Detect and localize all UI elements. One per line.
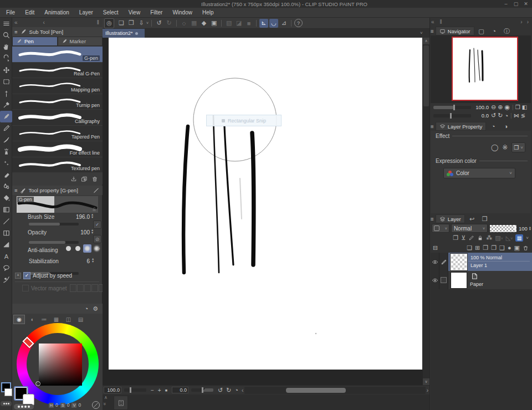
menu-view[interactable]: View <box>124 8 146 17</box>
comment-tab-icon[interactable]: ◑ <box>500 123 511 130</box>
change-panel-layout-icon[interactable]: ⊟ <box>433 244 438 252</box>
selection-square-icon[interactable]: ■ <box>244 19 253 28</box>
layer-thumbnail[interactable] <box>451 254 467 270</box>
subtool-tab-pen[interactable]: Pen <box>12 37 58 46</box>
animation-tab-icon[interactable]: ◔ <box>488 123 499 130</box>
canvas-hscrollbar[interactable] <box>244 387 425 394</box>
import-subtool-icon[interactable] <box>70 176 77 182</box>
subtool-item-turnip-pen[interactable]: Turnip pen <box>12 94 103 110</box>
clip-studio-logo-icon[interactable]: ◎ <box>104 18 114 28</box>
minimize-button[interactable]: – <box>502 1 510 7</box>
figure-tool[interactable] <box>0 216 12 227</box>
nav-zoom-out-icon[interactable]: ⊖ <box>491 104 496 111</box>
nav-flip-horizontal-icon[interactable]: ⋈ <box>514 112 519 119</box>
layer-name[interactable]: Paper <box>470 281 483 287</box>
panel-menu[interactable] <box>0 18 12 29</box>
set-as-reference-icon[interactable]: ◺˅ <box>506 234 513 242</box>
brush-stroke-preview[interactable]: G-pen <box>17 196 98 213</box>
layer-opacity-stepper[interactable]: ▴▾ <box>529 226 531 231</box>
color-set-tab[interactable]: ▦ <box>51 315 62 324</box>
scroll-down-icon[interactable]: ∨ <box>423 378 429 385</box>
navigator-rotate-slider[interactable] <box>433 114 471 117</box>
loading-spinner-icon[interactable]: ◌ <box>180 19 188 28</box>
save-export-icon[interactable]: ⇩ <box>137 19 146 28</box>
subtool-tab-marker[interactable]: Marker <box>58 37 103 46</box>
reset-rotation-icon[interactable]: ◔ <box>234 387 238 393</box>
unlock-icon[interactable] <box>91 207 97 212</box>
layer-row-layer1[interactable]: 100 % Normal Layer 1 <box>431 253 532 271</box>
collapse-up-icon[interactable]: ∧ <box>104 395 108 400</box>
chevron-down-icon[interactable]: ˅ <box>526 235 529 240</box>
layer-visibility-icon[interactable] <box>431 271 439 289</box>
zoom-tool[interactable] <box>0 29 12 41</box>
tone-effect-icon[interactable]: ※ <box>502 144 508 151</box>
solid-shape-icon[interactable]: ◆ <box>200 19 208 28</box>
brush-size-value[interactable]: 196.0 <box>72 214 90 220</box>
adjust-by-speed-checkbox[interactable]: ✓ <box>23 272 30 279</box>
brush-size-dynamics-button[interactable]: ✓ <box>93 221 101 229</box>
move-layer-tool[interactable] <box>0 64 12 76</box>
pen-tool[interactable] <box>0 111 12 122</box>
canvas[interactable]: Rectangular Snip <box>109 38 422 370</box>
extract-line-combo[interactable]: ❐˅ <box>511 142 525 152</box>
chevron-left-icon[interactable]: ‹ <box>18 19 45 25</box>
canvas-zoom-value[interactable]: 100.0 <box>104 387 121 393</box>
line-correction-tool[interactable] <box>0 274 12 285</box>
quick-access-tab-icon[interactable]: ◔ <box>489 28 500 34</box>
anti-aliasing-dropdown-icon[interactable]: ▾ <box>98 247 100 252</box>
opacity-stepper[interactable]: ▴▾ <box>91 229 93 234</box>
zoom-out-icon[interactable]: − <box>151 387 154 393</box>
nav-zoom-reset-icon[interactable]: ◉ <box>504 104 510 111</box>
layer-visibility-icon[interactable] <box>431 253 439 271</box>
menu-select[interactable]: Select <box>98 8 124 17</box>
new-vector-layer-icon[interactable]: ⊞ <box>475 244 480 252</box>
new-layer-folder-icon[interactable]: ❒ <box>483 244 488 252</box>
stabilization-stepper[interactable]: ▴▾ <box>92 258 94 263</box>
selection-tool[interactable] <box>0 76 12 88</box>
layer-checkbox[interactable] <box>439 271 448 289</box>
used-colors-strip[interactable] <box>14 404 34 409</box>
opacity-value[interactable]: 100 <box>72 229 90 235</box>
chevron-right-icon[interactable]: › <box>523 19 532 25</box>
ruler-tool[interactable] <box>0 239 12 250</box>
subtool-item-calligraphy[interactable]: Calligraphy <box>12 110 103 126</box>
rotate-left-icon[interactable]: ↺ <box>218 387 223 394</box>
delete-layer-icon[interactable] <box>523 245 529 251</box>
sv-selector[interactable] <box>35 381 40 386</box>
brush-detail-icon[interactable] <box>93 187 103 194</box>
dock-handle-icon[interactable]: ‖ <box>434 19 442 25</box>
subtool-item-tapered-pen[interactable]: Tapered Pen <box>12 126 103 142</box>
border-effect-icon[interactable]: ◯ <box>491 144 498 151</box>
panel-menu-icon[interactable]: ≡ <box>431 28 434 34</box>
auto-select-tool[interactable] <box>0 88 12 99</box>
menu-help[interactable]: Help <box>197 8 219 17</box>
wrench-icon[interactable]: ⚙ <box>93 305 98 312</box>
color-circle-tab[interactable]: ◖ <box>27 315 37 324</box>
transparent-color-icon[interactable] <box>92 401 100 409</box>
nav-zoom-in-icon[interactable]: ⊕ <box>498 104 503 111</box>
create-layer-mask-icon[interactable]: ● <box>508 244 511 251</box>
approximate-color-tab[interactable]: ▤ <box>75 315 86 324</box>
navigator-preview-area[interactable] <box>431 35 531 103</box>
tab-close-icon[interactable] <box>135 32 138 35</box>
selection-marquee-icon[interactable]: ▧ <box>224 19 233 28</box>
scroll-up-icon[interactable]: ∧ <box>423 38 429 44</box>
undo-icon[interactable]: ↺ <box>155 19 163 28</box>
brush-size-stepper[interactable]: ▴▾ <box>91 213 93 218</box>
subtool-item-for-effect-line[interactable]: For effect line <box>12 141 103 157</box>
nav-rotate-right-icon[interactable]: ↻ <box>498 112 503 119</box>
navigator-thumbnail[interactable] <box>452 37 518 101</box>
subtool-item-real-g-pen[interactable]: Real G-Pen <box>12 63 103 79</box>
eyedropper-tool[interactable] <box>0 99 12 111</box>
subtool-item-textured-pen[interactable]: Textured pen <box>12 157 103 173</box>
blend-tool[interactable] <box>0 181 12 192</box>
subview-tab-icon[interactable]: ▢ <box>476 28 487 35</box>
intermediate-color-tab[interactable]: ◫ <box>63 315 74 324</box>
layer-search-tab-icon[interactable]: ↩ <box>467 216 478 223</box>
enable-keyframes-icon[interactable]: ⊻ <box>461 234 466 242</box>
help-icon[interactable]: ? <box>294 19 303 27</box>
navigator-tab[interactable]: Navigator <box>436 27 474 35</box>
snap-to-special-ruler-icon[interactable]: ◡ <box>269 19 278 28</box>
layer-row-body[interactable]: 100 % Normal Layer 1 <box>448 253 532 271</box>
redo-icon[interactable]: ↻ <box>165 19 173 28</box>
